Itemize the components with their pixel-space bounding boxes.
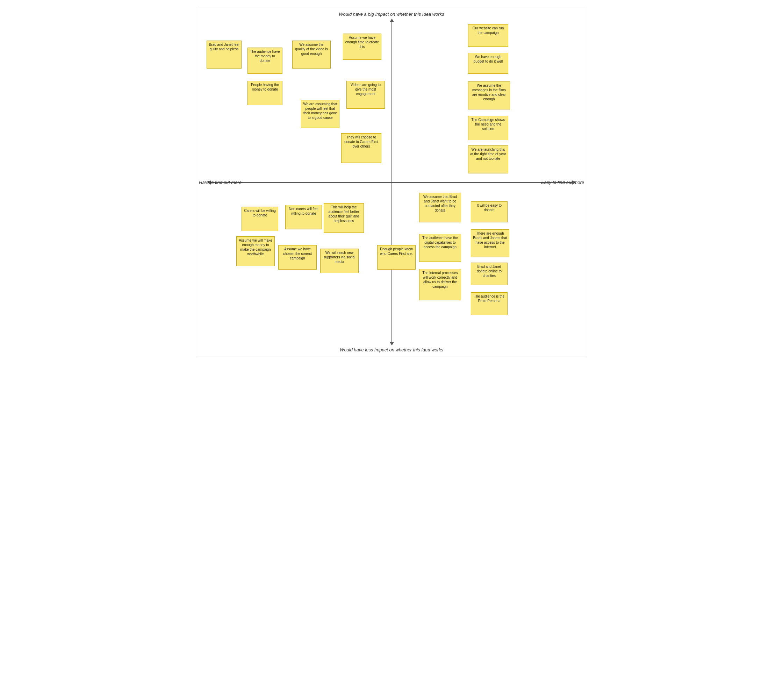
sticky-note-n7[interactable]: We are assuming that people will feel th… — [301, 100, 340, 128]
axis-top-label: Would have a big Impact on whether this … — [339, 12, 444, 17]
sticky-note-n18[interactable]: Assume we have chosen the correct campai… — [278, 245, 317, 270]
sticky-note-n26[interactable]: Brad and Janet donate online to charitie… — [471, 263, 508, 285]
chart-container: Would have a big Impact on whether this … — [196, 7, 587, 357]
sticky-note-n2[interactable]: The audience have the money to donate — [248, 48, 282, 74]
sticky-note-n11[interactable]: We assume the messages in the films are … — [468, 82, 510, 110]
vertical-axis — [392, 21, 392, 343]
sticky-note-n3[interactable]: People having the money to donate — [248, 81, 282, 105]
sticky-note-n19[interactable]: We will reach new supporters via social … — [320, 248, 359, 273]
sticky-note-n9[interactable]: Our website can run the campaign — [468, 24, 508, 47]
sticky-note-n20[interactable]: Enough people know who Carers First are. — [377, 245, 416, 270]
axis-left-label: Hard to find out more — [199, 179, 242, 185]
sticky-note-n6[interactable]: Videos are going to give the most engage… — [347, 81, 385, 109]
sticky-note-n17[interactable]: Assume we will make enough money to make… — [236, 237, 275, 266]
sticky-note-n14[interactable]: Carers will be willing to donate — [242, 207, 278, 231]
sticky-note-n15[interactable]: Non carers will feel willing to donate — [285, 205, 322, 229]
sticky-note-n5[interactable]: Assume we have enough time to create thi… — [343, 33, 382, 60]
sticky-note-n4[interactable]: We assume the quality of the video is go… — [292, 40, 331, 68]
sticky-note-n12[interactable]: The Campaign shows the need and the solu… — [468, 116, 508, 140]
sticky-note-n1[interactable]: Brad and Janet feel guilty and helpless — [207, 40, 242, 68]
sticky-note-n13[interactable]: We are launching this at the right time … — [468, 145, 508, 173]
sticky-note-n16[interactable]: This will help the audience feel better … — [324, 203, 364, 233]
sticky-note-n21[interactable]: We assume that Brad and Janet want to be… — [419, 193, 461, 222]
sticky-note-n27[interactable]: The audience is the Proto Persona — [471, 292, 508, 315]
sticky-note-n8[interactable]: They will choose to donate to Carers Fir… — [341, 133, 382, 163]
sticky-note-n10[interactable]: We have enough budget to do it well — [468, 53, 508, 74]
sticky-note-n22[interactable]: The audience have the digital capabiliti… — [419, 234, 461, 262]
axis-right-label: Easy to find out more — [541, 179, 584, 185]
sticky-note-n25[interactable]: There are enough Brads and Janets that h… — [471, 229, 509, 257]
sticky-note-n23[interactable]: The internal processes will work correct… — [419, 269, 461, 300]
sticky-note-n24[interactable]: It will be easy to donate — [471, 202, 508, 222]
axis-bottom-label: Would have less Impact on whether this I… — [340, 347, 443, 352]
